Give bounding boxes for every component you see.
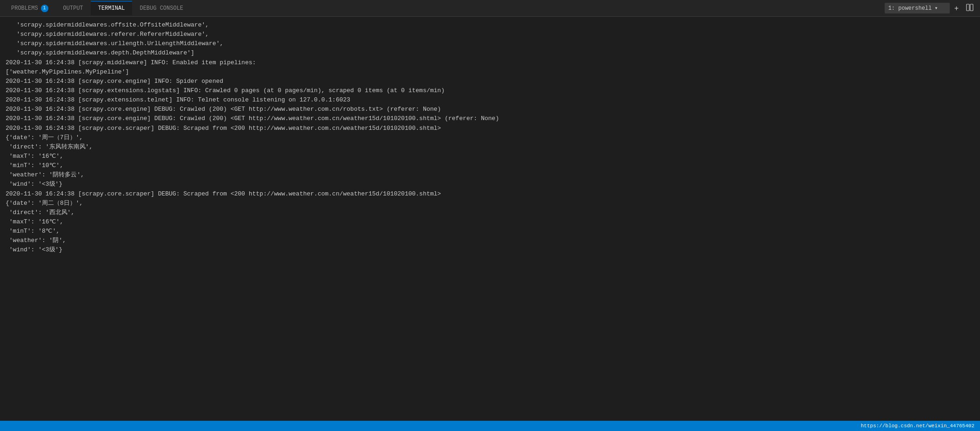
terminal-line: 'maxT': '16℃',: [6, 152, 974, 161]
chevron-down-icon: ▾: [934, 5, 938, 12]
terminal-line: 'direct': '东风转东南风',: [6, 142, 974, 152]
terminal-line: 2020-11-30 16:24:38 [scrapy.extensions.t…: [6, 95, 974, 105]
terminal-controls: 1: powershell ▾ +: [885, 2, 976, 15]
tab-terminal[interactable]: TERMINAL: [91, 1, 133, 15]
tab-output[interactable]: OUTPUT: [56, 1, 91, 15]
status-link[interactable]: https://blog.csdn.net/weixin_44765402: [861, 423, 974, 429]
shell-selector-label: 1: powershell: [888, 5, 932, 12]
terminal-line: 'weather': '阴',: [6, 236, 974, 245]
terminal-line: 'wind': '<3级'}: [6, 245, 974, 255]
problems-badge: 1: [41, 5, 48, 12]
split-icon: [966, 4, 973, 13]
terminal-line: {'date': '周二（8日）',: [6, 199, 974, 208]
terminal-line: 'direct': '西北风',: [6, 208, 974, 217]
split-terminal-button[interactable]: [963, 2, 976, 15]
tab-debug-console-label: DEBUG CONSOLE: [140, 5, 183, 12]
terminal-content[interactable]: 'scrapy.spidermiddlewares.offsite.Offsit…: [0, 17, 980, 421]
terminal-line: 'scrapy.spidermiddlewares.referer.Refere…: [6, 30, 974, 39]
tab-output-label: OUTPUT: [63, 5, 83, 12]
svg-rect-0: [967, 4, 969, 11]
terminal-line: 2020-11-30 16:24:38 [scrapy.core.engine]…: [6, 114, 974, 123]
tab-problems-label: PROBLEMS: [11, 5, 38, 12]
terminal-line: 2020-11-30 16:24:38 [scrapy.core.engine]…: [6, 105, 974, 114]
tab-terminal-label: TERMINAL: [98, 5, 125, 12]
terminal-line: 2020-11-30 16:24:38 [scrapy.core.engine]…: [6, 77, 974, 86]
terminal-line: ['weather.MyPipelines.MyPipeline']: [6, 67, 974, 77]
terminal-line: 2020-11-30 16:24:38 [scrapy.core.scraper…: [6, 189, 974, 199]
terminal-line: 'minT': '8℃',: [6, 227, 974, 236]
shell-selector[interactable]: 1: powershell ▾: [885, 3, 950, 13]
status-bar: https://blog.csdn.net/weixin_44765402: [0, 421, 980, 431]
tab-problems[interactable]: PROBLEMS 1: [4, 1, 56, 16]
terminal-line: 'weather': '阴转多云',: [6, 170, 974, 180]
new-terminal-button[interactable]: +: [952, 2, 961, 14]
terminal-line: 2020-11-30 16:24:38 [scrapy.extensions.l…: [6, 86, 974, 95]
terminal-line: 'maxT': '16℃',: [6, 217, 974, 227]
terminal-line: 2020-11-30 16:24:38 [scrapy.middleware] …: [6, 58, 974, 67]
terminal-line: 'scrapy.spidermiddlewares.offsite.Offsit…: [6, 20, 974, 30]
plus-icon: +: [954, 4, 959, 13]
tab-bar: PROBLEMS 1 OUTPUT TERMINAL DEBUG CONSOLE…: [0, 0, 980, 17]
terminal-line: {'date': '周一（7日）',: [6, 133, 974, 142]
terminal-line: 2020-11-30 16:24:38 [scrapy.core.scraper…: [6, 124, 974, 133]
svg-rect-1: [970, 4, 973, 11]
terminal-line: 'scrapy.spidermiddlewares.depth.DepthMid…: [6, 48, 974, 58]
terminal-line: 'minT': '10℃',: [6, 161, 974, 170]
terminal-line: 'scrapy.spidermiddlewares.urllength.UrlL…: [6, 39, 974, 48]
terminal-line: 'wind': '<3级'}: [6, 180, 974, 189]
tab-debug-console[interactable]: DEBUG CONSOLE: [132, 1, 191, 15]
